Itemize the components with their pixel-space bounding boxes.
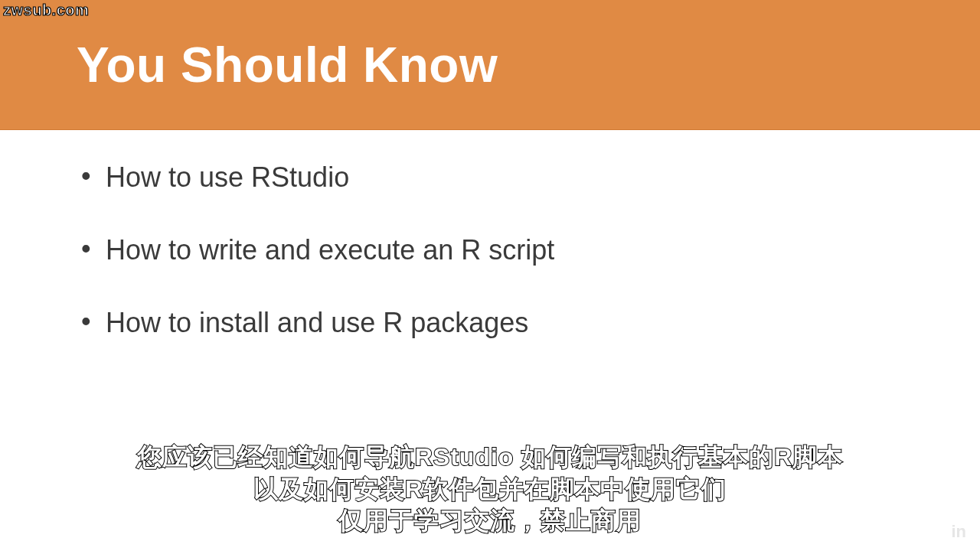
list-item: How to install and use R packages xyxy=(100,306,903,339)
subtitle-line: 以及如何安装R软件包并在脚本中使用它们 xyxy=(0,474,980,506)
logo-in-box: in xyxy=(948,523,969,541)
slide-title: You Should Know xyxy=(77,37,498,93)
watermark-top-left: zwsub.com xyxy=(3,2,89,19)
list-item: How to write and execute an R script xyxy=(100,233,903,266)
slide-header: You Should Know xyxy=(0,0,980,130)
bullet-list: How to use RStudio How to write and exec… xyxy=(100,161,903,340)
subtitle-line: 您应该已经知道如何导航RStudio 如何编写和执行基本的R脚本 xyxy=(0,442,980,474)
subtitle-line: 仅用于学习交流，禁止商用 xyxy=(0,505,980,537)
logo-text: Linked xyxy=(883,520,947,543)
subtitle-overlay: 您应该已经知道如何导航RStudio 如何编写和执行基本的R脚本 以及如何安装R… xyxy=(0,442,980,537)
list-item: How to use RStudio xyxy=(100,161,903,194)
linkedin-logo: Linkedin xyxy=(883,520,969,543)
slide-content: How to use RStudio How to write and exec… xyxy=(0,130,980,340)
